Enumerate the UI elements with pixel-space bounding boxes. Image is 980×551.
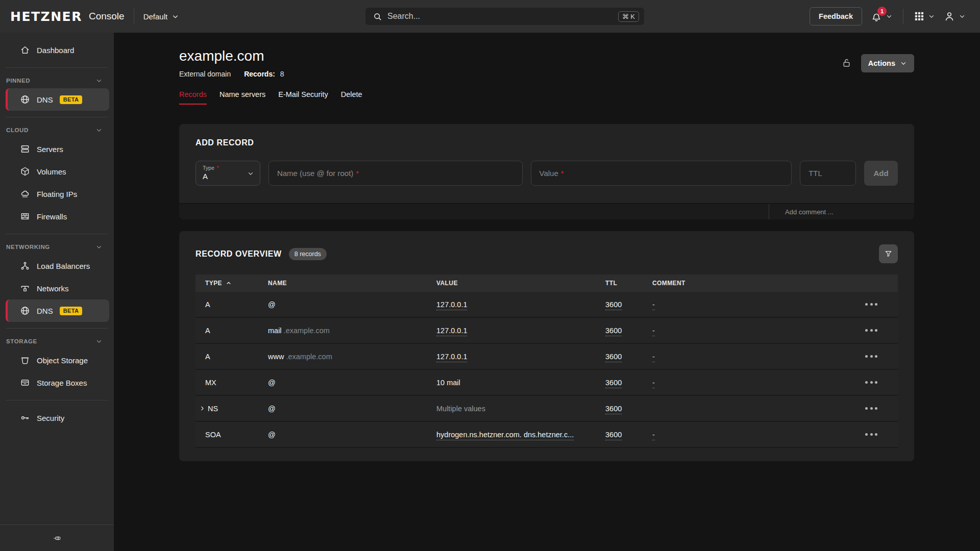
- record-type-cell: A: [195, 353, 268, 361]
- value-field[interactable]: Value*: [531, 161, 792, 186]
- record-value[interactable]: 127.0.0.1: [436, 327, 467, 336]
- notification-badge: 1: [877, 7, 887, 16]
- tab-name-servers[interactable]: Name servers: [219, 90, 265, 105]
- sidebar-section-header-networking[interactable]: NETWORKING: [0, 240, 114, 255]
- sidebar-divider: [6, 328, 108, 329]
- search-bar[interactable]: ⌘ K: [365, 8, 644, 25]
- main-content: example.com External domain Records: 8 A…: [114, 33, 980, 551]
- record-value-cell: 10 mail: [436, 379, 605, 387]
- divider: [903, 9, 903, 24]
- apps-menu[interactable]: [914, 11, 935, 22]
- record-row: A @ 127.0.0.1 3600 -: [195, 292, 898, 318]
- project-selector[interactable]: Default: [143, 12, 180, 21]
- user-menu[interactable]: [943, 10, 966, 22]
- search-input[interactable]: [387, 12, 618, 21]
- tab-bar: RecordsName serversE-Mail SecurityDelete: [179, 90, 914, 105]
- tab-e-mail-security[interactable]: E-Mail Security: [278, 90, 328, 105]
- record-ttl[interactable]: 3600: [605, 379, 622, 388]
- sidebar-item-dns[interactable]: DNS BETA: [6, 88, 109, 111]
- record-type-cell: SOA: [195, 431, 268, 439]
- tab-delete[interactable]: Delete: [341, 90, 362, 105]
- record-ttl[interactable]: 3600: [605, 353, 622, 362]
- sidebar-divider: [6, 234, 108, 234]
- record-ttl[interactable]: 3600: [605, 327, 622, 336]
- row-actions-menu[interactable]: [865, 404, 898, 413]
- record-ttl[interactable]: 3600: [605, 300, 622, 310]
- sidebar-item-object-storage[interactable]: Object Storage: [6, 349, 109, 371]
- servers-icon: [20, 144, 30, 154]
- object-storage-icon: [20, 355, 30, 365]
- record-overview-card: RECORD OVERVIEW 8 records TYPE NAME VALU…: [179, 231, 914, 461]
- sidebar-section-header-cloud[interactable]: CLOUD: [0, 123, 114, 138]
- record-comment[interactable]: -: [652, 379, 655, 388]
- column-header-name: NAME: [268, 280, 436, 287]
- sidebar-item-volumes[interactable]: Volumes: [6, 160, 109, 183]
- records-table: TYPE NAME VALUE TTL COMMENT A @ 127.0.0.…: [195, 274, 898, 448]
- globe-icon: [20, 94, 30, 105]
- record-comment[interactable]: -: [652, 300, 655, 310]
- record-ttl[interactable]: 3600: [605, 405, 622, 414]
- page-title: example.com: [179, 48, 284, 64]
- record-value[interactable]: hydrogen.ns.hetzner.com. dns.hetzner.c..…: [436, 431, 574, 440]
- floating-ips-icon: [20, 189, 30, 199]
- table-header: TYPE NAME VALUE TTL COMMENT: [195, 274, 898, 292]
- feedback-button[interactable]: Feedback: [810, 7, 862, 26]
- add-comment-field[interactable]: Add comment ...: [769, 204, 914, 219]
- filter-button[interactable]: [879, 244, 898, 263]
- notifications-menu[interactable]: 1: [870, 10, 893, 22]
- expand-row-icon[interactable]: [199, 405, 206, 412]
- row-actions-menu[interactable]: [865, 430, 898, 439]
- row-actions-menu[interactable]: [865, 326, 898, 335]
- sidebar-item-networks[interactable]: Networks: [6, 277, 109, 299]
- add-button[interactable]: Add: [864, 161, 898, 186]
- name-field[interactable]: Name (use @ for root)*: [268, 161, 523, 186]
- column-header-comment: COMMENT: [652, 280, 865, 287]
- chevron-down-icon: [959, 13, 966, 20]
- sidebar-item-firewalls[interactable]: Firewalls: [6, 205, 109, 228]
- floating-ips-icon: [20, 189, 30, 199]
- sidebar-item-storage-boxes[interactable]: Storage Boxes: [6, 371, 109, 394]
- sidebar-item-floating-ips[interactable]: Floating IPs: [6, 183, 109, 205]
- sidebar-section-header-storage[interactable]: STORAGE: [0, 335, 114, 349]
- sidebar-item-dashboard[interactable]: Dashboard: [6, 39, 109, 61]
- row-actions-menu[interactable]: [865, 300, 898, 309]
- chevron-down-icon: [172, 13, 179, 20]
- console-label: Console: [89, 11, 125, 22]
- record-comment[interactable]: -: [652, 353, 655, 362]
- sidebar-section-header-pinned[interactable]: PINNED: [0, 74, 114, 88]
- row-actions-menu[interactable]: [865, 378, 898, 387]
- record-name-cell: www .example.com: [268, 353, 436, 361]
- unlock-icon: [841, 58, 852, 68]
- record-value[interactable]: 127.0.0.1: [436, 353, 467, 362]
- ttl-field[interactable]: TTL: [800, 161, 856, 186]
- record-name-cell: @: [268, 379, 436, 387]
- record-ttl[interactable]: 3600: [605, 431, 622, 440]
- tab-records[interactable]: Records: [179, 90, 207, 105]
- record-name-cell: @: [268, 300, 436, 309]
- record-comment[interactable]: -: [652, 327, 655, 336]
- key-icon: [20, 413, 30, 423]
- hetzner-logo: HETZNER: [10, 9, 82, 24]
- volumes-icon: [20, 166, 30, 177]
- record-type-cell: MX: [195, 379, 268, 387]
- sidebar-pin-button[interactable]: [53, 534, 62, 543]
- column-header-value: VALUE: [436, 280, 605, 287]
- type-select[interactable]: Type* A: [195, 161, 260, 186]
- column-header-type[interactable]: TYPE: [195, 280, 268, 287]
- row-actions-menu[interactable]: [865, 352, 898, 361]
- add-record-heading: ADD RECORD: [195, 138, 898, 147]
- record-overview-heading: RECORD OVERVIEW: [195, 249, 282, 259]
- record-value[interactable]: 127.0.0.1: [436, 300, 467, 310]
- sidebar-item-dns[interactable]: DNS BETA: [6, 299, 109, 322]
- actions-button[interactable]: Actions: [861, 54, 914, 72]
- records-label: Records:: [244, 70, 275, 78]
- sidebar-item-security[interactable]: Security: [6, 407, 109, 429]
- sidebar-item-servers[interactable]: Servers: [6, 138, 109, 160]
- record-ttl-cell: 3600: [605, 353, 652, 361]
- beta-badge: BETA: [60, 95, 83, 104]
- sidebar-item-load-balancers[interactable]: Load Balancers: [6, 255, 109, 277]
- records-count: 8: [280, 70, 284, 78]
- record-comment-cell: -: [652, 353, 865, 361]
- record-comment[interactable]: -: [652, 431, 655, 440]
- record-comment-cell: -: [652, 300, 865, 309]
